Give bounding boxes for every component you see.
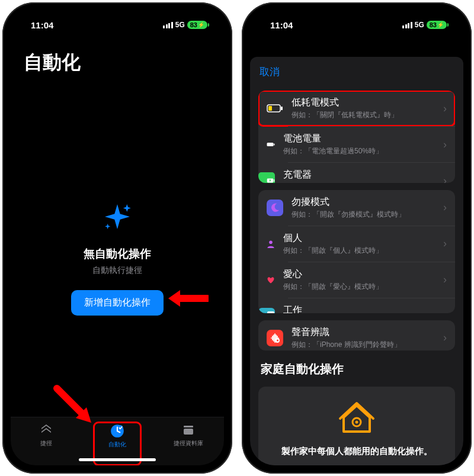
trigger-row-work[interactable]: 工作 例如：「開啟『工作』模式時」 › [288,298,455,313]
chevron-right-icon: › [443,310,447,313]
trigger-row-charger[interactable]: 充電器 例如：「iPhone 連接電源時」 › [288,162,455,183]
tab-bar: 捷徑 自動化 捷徑資料庫 [11,417,224,465]
cancel-button[interactable]: 取消 [260,66,280,78]
home-promo-text: 製作家中每個人都能用的自動化操作。 [281,446,433,457]
tab-gallery[interactable]: 捷徑資料庫 [165,422,212,465]
status-time: 11:04 [270,20,293,30]
status-network: 5G [175,21,185,29]
trigger-group-focus: 勿擾模式 例如：「開啟『勿擾模式』模式時」 › 個人 例如：「開啟『個人』模式時… [258,190,455,313]
status-time: 11:04 [31,20,53,30]
row-title: 聲音辨識 [292,326,435,339]
signal-icon [402,22,412,28]
trigger-group-battery: 低耗電模式 例如：「關閉『低耗電模式』時」 › 電池電量 例如：「電池電量超過5… [258,91,455,183]
shortcuts-icon [39,422,54,438]
clock-icon [110,423,125,439]
notch [309,11,404,26]
home-indicator[interactable] [79,458,156,461]
phone-frame-left: 11:04 5G 83⚡ 自動化 無自動化操作 自動執行捷徑 新增自動化操作 [2,2,232,474]
svg-point-11 [269,240,273,244]
sheet-header: 取消 [250,57,463,83]
row-title: 充電器 [283,169,435,181]
gallery-icon [181,422,196,438]
tab-gallery-label: 捷徑資料庫 [174,439,203,448]
chevron-right-icon: › [443,237,447,250]
screen-left: 11:04 5G 83⚡ 自動化 無自動化操作 自動執行捷徑 新增自動化操作 [11,11,224,465]
sound-icon [267,330,283,346]
trigger-picker-sheet: 取消 低耗電模式 例如：「關閉『低耗電模式』時」 › [250,57,463,465]
phone-frame-right: 11:04 5G 83⚡ 取消 [242,2,472,474]
heart-icon [258,272,275,288]
tab-automation-label: 自動化 [108,440,126,449]
chevron-right-icon: › [443,274,447,286]
tab-shortcuts[interactable]: 捷徑 [23,422,70,465]
svg-rect-12 [267,311,274,313]
trigger-row-dnd[interactable]: 勿擾模式 例如：「開啟『勿擾模式』模式時」 › [258,190,455,226]
charger-icon [258,172,275,183]
row-subtitle: 例如：「開啟『愛心』模式時」 [283,282,435,292]
tab-shortcuts-label: 捷徑 [40,439,52,448]
chevron-right-icon: › [443,102,447,115]
row-title: 電池電量 [283,133,435,145]
battery-indicator: 83⚡ [427,21,447,29]
home-promo-card[interactable]: 製作家中每個人都能用的自動化操作。 [258,387,455,465]
row-title: 工作 [283,304,435,313]
screen-right: 11:04 5G 83⚡ 取消 [250,11,463,465]
row-subtitle: 例如：「電池電量超過50%時」 [283,146,435,156]
trigger-row-love[interactable]: 愛心 例如：「開啟『愛心』模式時」 › [288,262,455,298]
svg-rect-10 [274,179,274,182]
svg-rect-5 [268,106,272,111]
chevron-right-icon: › [443,139,447,151]
trigger-row-personal[interactable]: 個人 例如：「開啟『個人』模式時」 › [288,226,455,262]
signal-icon [163,22,173,28]
row-subtitle: 例如：「iPhone 連接電源時」 [283,182,435,183]
create-automation-button[interactable]: 新增自動化操作 [71,290,164,316]
person-icon [258,236,275,252]
page-title: 自動化 [11,39,224,81]
empty-subtitle: 自動執行捷徑 [92,265,142,276]
sheet-backdrop [250,39,463,57]
empty-state: 無自動化操作 自動執行捷徑 新增自動化操作 [11,81,224,417]
battery-icon [258,136,275,153]
row-title: 低耗電模式 [292,97,435,109]
status-right: 5G 83⚡ [402,21,447,29]
battery-indicator: 83⚡ [187,21,207,29]
sheet-container: 取消 低耗電模式 例如：「關閉『低耗電模式』時」 › [250,39,463,465]
moon-icon [267,200,283,216]
status-network: 5G [415,21,424,29]
sparkle-icon [101,200,134,236]
svg-rect-6 [281,107,283,110]
status-right: 5G 83⚡ [163,21,207,29]
trigger-row-battery-level[interactable]: 電池電量 例如：「電池電量超過50%時」 › [288,126,455,162]
badge-icon [258,308,275,313]
row-title: 愛心 [283,268,435,281]
svg-rect-2 [184,426,193,427]
row-subtitle: 例如：「iPhone 辨識到門鈴聲時」 [292,340,435,350]
chevron-right-icon: › [443,201,447,214]
empty-title: 無自動化操作 [84,246,151,262]
svg-rect-7 [267,143,274,146]
chevron-right-icon: › [443,332,447,344]
row-subtitle: 例如：「開啟『勿擾模式』模式時」 [292,210,435,220]
home-section-header: 家庭自動化操作 [250,350,463,381]
row-subtitle: 例如：「開啟『個人』模式時」 [283,246,435,256]
trigger-row-sound-recognition[interactable]: 聲音辨識 例如：「iPhone 辨識到門鈴聲時」 › [258,320,455,350]
svg-point-17 [356,421,358,424]
trigger-row-low-power[interactable]: 低耗電模式 例如：「關閉『低耗電模式』時」 › [258,91,455,126]
row-title: 勿擾模式 [292,196,435,208]
trigger-group-sound: 聲音辨識 例如：「iPhone 辨識到門鈴聲時」 › [258,320,455,350]
chevron-right-icon: › [443,175,447,183]
row-title: 個人 [283,232,435,245]
row-subtitle: 例如：「關閉『低耗電模式』時」 [292,110,435,120]
notch [70,11,165,26]
house-icon [338,400,376,438]
svg-rect-8 [274,144,275,146]
svg-rect-3 [184,429,193,435]
battery-low-icon [267,100,283,117]
